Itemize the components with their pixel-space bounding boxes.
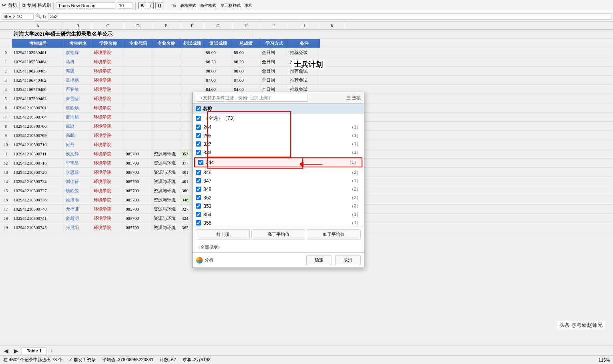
sheet-tabs-bar: ◀ ▶ Table 1 +	[0, 346, 613, 355]
table-row[interactable]: 0 102941102980461 虞铭辉 环境学院 89.00 89.00 全…	[0, 48, 613, 57]
dropdown-item-348[interactable]: 348 （2）	[193, 185, 364, 193]
header-retest-score[interactable]: 复试成绩	[204, 39, 232, 48]
filter-above-avg-button[interactable]: 高于平均值	[251, 229, 305, 239]
dropdown-item-353[interactable]: 353 （2）	[193, 202, 364, 210]
item-352-checkbox[interactable]	[196, 195, 201, 200]
select-all-checkbox[interactable]	[196, 106, 201, 111]
header-name[interactable]: 考生姓名	[64, 39, 92, 48]
col-header-e: E	[152, 22, 180, 29]
prev-sheet-button[interactable]: ◀	[2, 347, 11, 354]
conditional-label[interactable]: 条件格式	[200, 3, 216, 8]
sep4	[166, 2, 166, 10]
row-num-title	[0, 30, 12, 38]
fx-label: fx	[43, 14, 46, 19]
cell-style-label[interactable]: 单元格样式	[221, 3, 241, 8]
item-354-checkbox[interactable]	[196, 212, 201, 217]
underline-button[interactable]: U	[155, 2, 163, 9]
all-item-label: （全选）（73）	[203, 115, 361, 122]
item-354-count: （1）	[350, 211, 361, 217]
header-college[interactable]: 学院名称	[92, 39, 124, 48]
dropdown-cancel-button[interactable]: 取消	[335, 255, 361, 265]
item-348-label: 348	[203, 187, 347, 192]
item-355-checkbox[interactable]	[196, 220, 201, 225]
cell-ref-input[interactable]	[2, 13, 34, 20]
row-num-header	[0, 22, 12, 29]
font-name-input[interactable]	[56, 2, 115, 9]
dropdown-item-352[interactable]: 352 （2）	[193, 193, 364, 202]
item-334-checkbox[interactable]	[196, 150, 201, 155]
format-brush-label[interactable]: 格式刷	[38, 2, 51, 8]
item-348-count: （2）	[350, 186, 361, 192]
dropdown-item-346[interactable]: 346 （2）	[193, 168, 364, 177]
cut-label[interactable]: 剪切	[8, 2, 17, 8]
dropdown-item-344[interactable]: 344 （1）	[194, 157, 362, 167]
table-row[interactable]: 3 102941106740462 章艳艳 环境学院 87.60 87.60 全…	[0, 76, 613, 85]
dropdown-item-355[interactable]: 355 （1）	[193, 219, 364, 227]
dropdown-header: 三 选项	[193, 92, 364, 104]
copy-label[interactable]: 复制	[27, 2, 36, 8]
item-264-checkbox[interactable]	[196, 125, 201, 130]
arrow-icon	[300, 161, 324, 167]
right-toolbar-placeholder: % 表格样式 条件格式 单元格样式 求和	[173, 3, 253, 8]
next-sheet-button[interactable]: ▶	[12, 347, 21, 354]
percent-label[interactable]: %	[173, 3, 176, 8]
col-header-h: H	[232, 22, 260, 29]
spreadsheet-container: A B C D E F G H I J K 河海大学2021年硕士研究生拟录取名…	[0, 22, 613, 350]
header-major-code[interactable]: 专业代码	[124, 39, 152, 48]
item-348-checkbox[interactable]	[196, 187, 201, 192]
all-checkbox[interactable]	[196, 116, 201, 121]
item-295-count: （1）	[350, 133, 361, 139]
dropdown-item-334[interactable]: 334 （1）	[193, 148, 364, 157]
status-bar: 在 4602 个记录中筛选出 73 个 ✓ 群发工资条 平均值=376.0895…	[0, 355, 613, 364]
col-header-d: D	[124, 22, 152, 29]
col-header-j: J	[288, 22, 320, 29]
item-347-count: （1）	[350, 178, 361, 184]
bold-button[interactable]: B	[138, 2, 146, 9]
arrow-annotation	[300, 161, 324, 169]
item-347-checkbox[interactable]	[196, 178, 201, 183]
font-size-input[interactable]	[117, 2, 133, 9]
header-study-mode[interactable]: 学习方式	[260, 39, 288, 48]
sheet-tab-table1[interactable]: Table 1	[22, 347, 47, 354]
toolbar-row1: ✂ 剪切 ⧉ 复制 格式刷 B I U % 表格样式 条件格式 单元格样式 求和	[0, 0, 613, 11]
header-kaoshiID[interactable]: 考生编号	[12, 39, 64, 48]
dropdown-all-item[interactable]: （全选）（73）	[193, 114, 364, 123]
annotation-text: 士兵计划	[292, 60, 324, 69]
item-347-label: 347	[203, 178, 347, 184]
column-headers: A B C D E F G H I J K	[0, 22, 613, 30]
item-346-checkbox[interactable]	[196, 170, 201, 175]
pie-chart-icon	[196, 257, 203, 264]
add-sheet-button[interactable]: +	[48, 347, 56, 354]
item-354-label: 354	[203, 212, 347, 217]
analyze-area[interactable]: 分析	[196, 257, 213, 264]
filter-search-input[interactable]	[196, 94, 308, 102]
item-295-checkbox[interactable]	[196, 133, 201, 138]
formula-input[interactable]	[48, 13, 611, 20]
item-353-count: （2）	[350, 203, 361, 209]
italic-button[interactable]: I	[148, 2, 154, 9]
item-344-checkbox[interactable]	[198, 160, 203, 165]
sum-label[interactable]: 求和	[245, 3, 253, 8]
dropdown-options-button[interactable]: 三 选项	[346, 95, 361, 101]
all-display-row: （全部显示）	[193, 242, 364, 253]
dropdown-item-354[interactable]: 354 （1）	[193, 210, 364, 219]
item-353-checkbox[interactable]	[196, 203, 201, 209]
filter-below-avg-button[interactable]: 低于平均值	[307, 229, 361, 239]
sum-value: 求和=2万5198	[183, 357, 211, 363]
copy-icon: ⧉	[22, 2, 26, 8]
title-cell: 河海大学2021年硕士研究生拟录取名单公示	[12, 30, 252, 38]
header-total-score[interactable]: 总成绩	[232, 39, 260, 48]
dropdown-item-295[interactable]: 295 （1）	[193, 131, 364, 140]
header-major-name[interactable]: 专业名称	[152, 39, 180, 48]
dropdown-item-264[interactable]: 264 （1）	[193, 123, 364, 131]
table-style-label[interactable]: 表格样式	[180, 3, 196, 8]
header-remark[interactable]: 备注	[288, 39, 320, 48]
filter-dropdown: 三 选项 名称 （全选）（73） 264 （1） 295 （1）	[192, 92, 364, 268]
header-initial-score[interactable]: 初试成绩	[180, 39, 204, 48]
item-327-checkbox[interactable]	[196, 141, 201, 147]
zoom-level: 115%	[599, 358, 610, 362]
dropdown-ok-button[interactable]: 确定	[306, 255, 332, 265]
dropdown-item-347[interactable]: 347 （1）	[193, 177, 364, 185]
dropdown-item-327[interactable]: 327 （1）	[193, 140, 364, 148]
filter-top-ten-button[interactable]: 前十项	[196, 229, 250, 239]
